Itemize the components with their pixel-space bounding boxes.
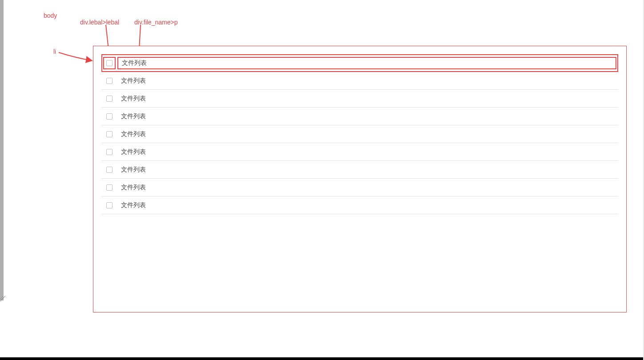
list-item[interactable]: 文件列表: [101, 143, 618, 161]
list-item[interactable]: 文件列表: [101, 161, 618, 179]
file-name-cell: 文件列表: [117, 164, 616, 176]
checkbox-wrapper[interactable]: [103, 181, 116, 194]
checkbox[interactable]: [106, 184, 113, 191]
file-name-cell: 文件列表: [117, 57, 616, 69]
checkbox-wrapper[interactable]: [103, 92, 116, 105]
annotation-li: li: [53, 48, 56, 55]
list-item[interactable]: 文件列表: [101, 125, 618, 143]
file-name-cell: 文件列表: [117, 146, 616, 158]
checkbox[interactable]: [106, 131, 113, 137]
checkbox[interactable]: [106, 167, 113, 173]
file-list: 文件列表文件列表文件列表文件列表文件列表文件列表文件列表文件列表文件列表: [93, 46, 626, 214]
list-item[interactable]: 文件列表: [101, 196, 618, 214]
scrollbar-track[interactable]: [0, 0, 4, 300]
file-name-text: 文件列表: [121, 201, 146, 209]
checkbox[interactable]: [106, 60, 113, 66]
file-name-text: 文件列表: [121, 77, 146, 85]
list-item[interactable]: 文件列表: [101, 90, 618, 108]
file-name-cell: 文件列表: [117, 128, 616, 140]
checkbox-wrapper[interactable]: [103, 110, 116, 123]
checkbox[interactable]: [106, 202, 113, 208]
file-name-cell: 文件列表: [117, 92, 616, 105]
container: 文件列表文件列表文件列表文件列表文件列表文件列表文件列表文件列表文件列表: [93, 46, 627, 312]
file-name-text: 文件列表: [121, 95, 146, 103]
checkbox[interactable]: [106, 96, 113, 102]
checkbox[interactable]: [106, 78, 113, 84]
list-item[interactable]: 文件列表: [101, 179, 618, 196]
list-item[interactable]: 文件列表: [101, 108, 618, 125]
annotation-body: body: [44, 12, 57, 19]
file-name-cell: 文件列表: [117, 181, 616, 194]
window-bottom-border: [0, 357, 644, 360]
annotation-lebal: div.lebal>lebal: [80, 19, 119, 26]
checkbox-wrapper[interactable]: [103, 164, 116, 176]
list-item[interactable]: 文件列表: [101, 72, 618, 90]
file-name-cell: 文件列表: [117, 110, 616, 123]
checkbox-wrapper[interactable]: [103, 199, 116, 212]
file-name-text: 文件列表: [121, 184, 146, 192]
file-name-cell: 文件列表: [117, 75, 616, 87]
checkbox-wrapper[interactable]: [103, 146, 116, 158]
checkbox[interactable]: [106, 149, 113, 155]
checkbox[interactable]: [106, 113, 113, 120]
list-item[interactable]: 文件列表: [101, 54, 618, 72]
file-name-text: 文件列表: [121, 166, 146, 174]
file-name-cell: 文件列表: [117, 199, 616, 212]
annotation-file-name: div.file_name>p: [134, 19, 177, 26]
file-name-text: 文件列表: [121, 130, 146, 138]
file-name-text: 文件列表: [121, 112, 146, 120]
resize-grip-icon: [0, 296, 5, 301]
file-name-text: 文件列表: [121, 148, 146, 156]
checkbox-wrapper[interactable]: [103, 57, 116, 69]
checkbox-wrapper[interactable]: [103, 128, 116, 140]
file-name-text: 文件列表: [122, 59, 147, 67]
checkbox-wrapper[interactable]: [103, 75, 116, 87]
